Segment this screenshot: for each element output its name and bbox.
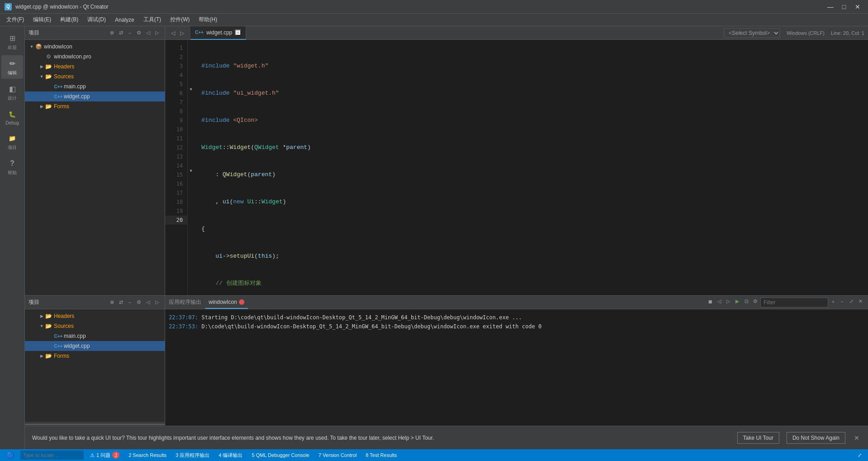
sidebar-item-debug[interactable]: 🐛 Debug [1, 106, 23, 128]
output-prev-btn[interactable]: ◁ [715, 298, 723, 306]
output-content: 22:37:07: Starting D:\code\qt\build-wind… [165, 309, 868, 426]
output-clear-btn[interactable]: ⊡ [742, 298, 750, 306]
tree-item-headers[interactable]: ▶ 📂 Headers [25, 62, 165, 72]
minimize-button[interactable]: — [825, 2, 836, 11]
output-stop-btn[interactable]: ⏹ [706, 298, 714, 306]
menu-edit[interactable]: 编辑(E) [29, 14, 56, 25]
output-line-1: 22:37:07: Starting D:\code\qt\build-wind… [169, 313, 864, 322]
fold-btn-4[interactable] [188, 67, 194, 76]
take-tour-button[interactable]: Take UI Tour [737, 432, 779, 444]
bottom-tree-item-headers[interactable]: ▶ 📂 Headers [25, 311, 165, 321]
tree-item-widgetcpp[interactable]: C++ widget.cpp [25, 91, 165, 101]
sidebar-item-welcome[interactable]: ⊞ 欢迎 [1, 30, 23, 53]
output-time-1: 22:37:07: [169, 314, 198, 321]
sidebar-item-help[interactable]: ? 帮助 [1, 155, 23, 179]
output-panel-label: 应用程序输出 [169, 298, 201, 306]
fold-empty-10 [188, 121, 194, 130]
code-line-5: : QWidget(parent) [201, 170, 868, 179]
ln-20: 20 [165, 216, 187, 225]
panel-sync-btn[interactable]: ⇄ [117, 29, 125, 37]
output-remove-btn[interactable]: − [838, 298, 846, 306]
code-content[interactable]: #include "widget.h" #include "ui_widget.… [194, 40, 868, 295]
bottom-tree-item-maincpp[interactable]: C++ main.cpp [25, 331, 165, 341]
status-tests[interactable]: 8 Test Results [363, 449, 400, 461]
output-filter-input[interactable] [760, 298, 828, 307]
sidebar-item-projects[interactable]: 📁 项目 [1, 130, 23, 154]
tab-nav-prev[interactable]: ◁ [169, 29, 177, 37]
output-tab-windowIcon[interactable]: windowIcon [205, 296, 248, 309]
bottom-tree-item-sources[interactable]: ▼ 📂 Sources [25, 321, 165, 331]
panel-settings-btn[interactable]: ⚙ [135, 29, 143, 37]
projects-icon: 📁 [7, 133, 18, 144]
ln-9: 9 [165, 116, 187, 125]
window-controls: — □ ✕ [825, 2, 863, 11]
close-button[interactable]: ✕ [852, 2, 863, 11]
tab-nav-next[interactable]: ▷ [178, 29, 186, 37]
debug-icon: 🐛 [7, 109, 18, 120]
code-line-1: #include "widget.h" [201, 62, 868, 71]
menu-file[interactable]: 文件(F) [2, 14, 29, 25]
bottom-panel-header: 项目 ⊕ ⇄ − ⚙ ◁ ▷ [25, 296, 165, 309]
tab-close-button[interactable]: × [235, 29, 241, 36]
menu-help[interactable]: 帮助(H) [194, 14, 222, 25]
ln-17: 17 [165, 188, 187, 197]
tree-item-sources[interactable]: ▼ 📂 Sources [25, 72, 165, 82]
output-add-btn[interactable]: + [829, 298, 837, 306]
qml-text: 5 QML Debugger Console [252, 452, 309, 458]
status-qml[interactable]: 5 QML Debugger Console [249, 449, 312, 461]
tab-widgetcpp[interactable]: C++ widget.cpp × [191, 26, 246, 40]
symbol-select[interactable]: <Select Symbol> [724, 28, 780, 38]
output-next-btn[interactable]: ▷ [724, 298, 732, 306]
bottom-settings-btn[interactable]: ⚙ [135, 298, 143, 307]
status-version[interactable]: 7 Version Control [316, 449, 359, 461]
status-app-output[interactable]: 3 应用程序输出 [173, 449, 212, 461]
notification-close-button[interactable]: ✕ [853, 434, 861, 442]
output-tab-close[interactable] [239, 299, 244, 305]
output-options-btn[interactable]: ⚙ [751, 298, 759, 306]
status-search-results[interactable]: 2 Search Results [126, 449, 169, 461]
status-compile[interactable]: 4 编译输出 [216, 449, 245, 461]
menu-controls[interactable]: 控件(W) [166, 14, 194, 25]
fold-empty-3 [188, 58, 194, 67]
maximize-button[interactable]: □ [838, 2, 850, 11]
bottom-filter-btn[interactable]: ⊕ [108, 298, 116, 307]
status-search-input[interactable] [20, 451, 84, 460]
bottom-collapse-btn[interactable]: − [126, 298, 134, 307]
menu-tools[interactable]: 工具(T) [139, 14, 166, 25]
status-item-icon[interactable]: 🔵 [4, 449, 17, 461]
menu-build[interactable]: 构建(B) [56, 14, 83, 25]
panel-nav-left-btn[interactable]: ◁ [144, 29, 152, 37]
sidebar-item-design[interactable]: ◧ 设计 [1, 81, 23, 104]
fold-arrow-15[interactable]: ▼ [188, 167, 194, 176]
bottom-sync-btn[interactable]: ⇄ [117, 298, 125, 307]
menu-analyze[interactable]: Analyze [110, 15, 139, 25]
status-problems[interactable]: ⚠ 1 问题 2 [87, 449, 122, 461]
tree-item-windowIcon[interactable]: ▼ 📦 windowIcon [25, 42, 165, 52]
dont-show-button[interactable]: Do Not Show Again [787, 432, 845, 444]
menu-debug[interactable]: 调试(D) [83, 14, 110, 25]
bottom-nav-right-btn[interactable]: ▷ [153, 298, 161, 307]
tree-item-forms[interactable]: ▶ 📂 Forms [25, 101, 165, 111]
bottom-tree-item-forms[interactable]: ▶ 📂 Forms [25, 351, 165, 361]
encoding-info: Windows (CRLF) [784, 30, 827, 36]
status-expand[interactable]: ⤢ [855, 449, 864, 461]
fold-empty-8 [188, 103, 194, 112]
tree-item-pro[interactable]: ⚙ windowlcon.pro [25, 52, 165, 62]
sidebar-item-edit[interactable]: ✏ 编辑 [1, 55, 23, 79]
bottom-tree-item-widgetcpp[interactable]: C++ widget.cpp [25, 341, 165, 351]
output-text-1: Starting D:\code\qt\build-windowIcon-Des… [201, 314, 522, 321]
output-run-btn[interactable]: ▶ [733, 298, 741, 306]
panel-filter-btn[interactable]: ⊕ [108, 29, 116, 37]
bottom-nav-left-btn[interactable]: ◁ [144, 298, 152, 307]
bottom-project-panel: 项目 ⊕ ⇄ − ⚙ ◁ ▷ ▶ 📂 [25, 296, 165, 426]
bottom-arrow-forms: ▶ [38, 353, 45, 359]
project-panel: 项目 ⊕ ⇄ − ⚙ ◁ ▷ ▼ 📦 windowIcon [25, 26, 165, 295]
ln-6: 6 [165, 89, 187, 98]
fold-arrow-6[interactable]: ▼ [188, 85, 194, 94]
output-expand-btn[interactable]: ⤢ [847, 298, 855, 306]
bottom-label-sources: Sources [54, 323, 74, 329]
output-close-all-btn[interactable]: ✕ [856, 298, 864, 306]
tree-item-maincpp[interactable]: C++ main.cpp [25, 82, 165, 91]
panel-collapse-btn[interactable]: − [126, 29, 134, 37]
panel-nav-right-btn[interactable]: ▷ [153, 29, 161, 37]
